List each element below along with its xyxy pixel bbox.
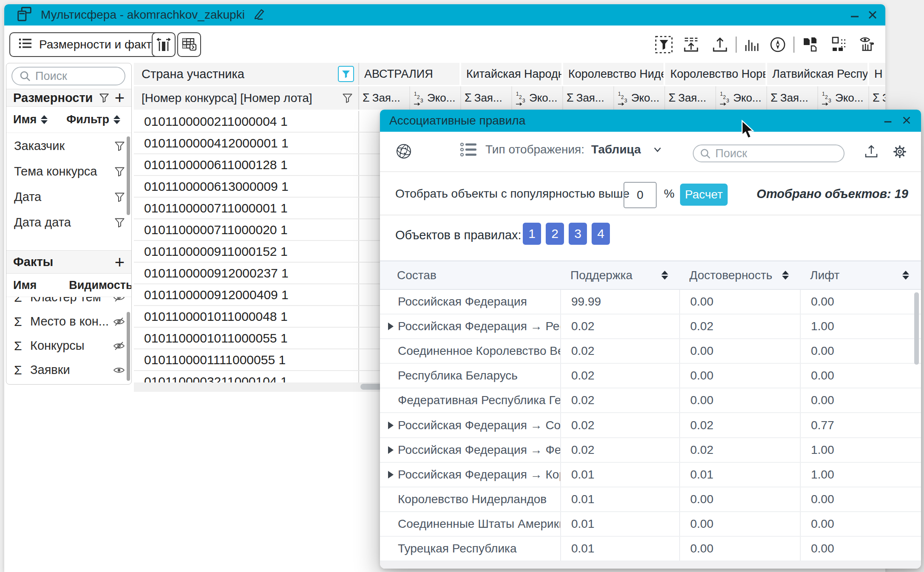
row-key[interactable]: 0101100001011000055 1 [134, 328, 359, 348]
active-filter-icon[interactable] [338, 66, 354, 82]
rule-name-cell[interactable]: Российская Федерация → Сое... [380, 413, 561, 437]
filter-icon[interactable] [342, 92, 353, 104]
dimension-item[interactable]: Заказчик [6, 133, 131, 159]
row-key[interactable]: 0101100000711000001 1 [134, 198, 359, 218]
sphere-icon[interactable] [394, 142, 413, 162]
filter-icon[interactable] [114, 166, 125, 177]
fact-item[interactable]: Σ Кластер тем [6, 297, 131, 309]
measure-header-sum[interactable]: ΣЗая... [767, 86, 818, 110]
measure-header-sum[interactable]: ΣЗая... [869, 86, 885, 110]
measure-header-numeric[interactable]: 123Эко... [512, 86, 563, 110]
rule-row[interactable]: Российская Федерация → Сое...0.020.020.7… [380, 413, 921, 438]
sort-icon[interactable] [782, 271, 789, 280]
country-column-header[interactable]: АВСТРАЛИЯ [359, 63, 461, 85]
eye-icon[interactable] [113, 364, 125, 377]
measure-header-sum[interactable]: ΣЗая... [563, 86, 614, 110]
dimension-item[interactable]: Дата [6, 184, 131, 210]
expand-triangle-icon[interactable] [388, 446, 394, 454]
rule-row[interactable]: Республика Беларусь0.020.000.00 [380, 364, 921, 388]
visibility-hand-icon[interactable] [857, 35, 877, 54]
row-key[interactable]: 0101100000911000152 1 [134, 241, 359, 262]
add-dimension-button[interactable]: + [115, 91, 125, 104]
sidebar-search-input[interactable]: Поиск [11, 67, 125, 85]
rule-row[interactable]: Российская Федерация → Фе...0.020.021.00 [380, 438, 921, 463]
sort-icon[interactable] [902, 271, 909, 280]
eye-off-icon[interactable] [113, 340, 125, 352]
row-header[interactable]: [Номер конкурса] [Номер лота] [134, 86, 359, 110]
rule-row[interactable]: Российская Федерация99.990.000.00 [380, 290, 921, 314]
eye-off-icon[interactable] [113, 297, 125, 304]
rule-name-cell[interactable]: Республика Беларусь [380, 364, 561, 388]
col-header-lift[interactable]: Лифт [801, 261, 921, 289]
rule-name-cell[interactable]: Российская Федерация → Кор... [380, 463, 561, 487]
calculate-button[interactable]: Расчет [680, 184, 728, 206]
dimensions-name-col[interactable]: Имя [13, 113, 48, 126]
dimension-item[interactable]: Тема конкурса [6, 159, 131, 184]
gear-icon[interactable] [891, 143, 909, 162]
row-key[interactable]: 0101100000613000009 1 [134, 176, 359, 197]
row-key[interactable]: 0101100000711000020 1 [134, 219, 359, 240]
country-column-header[interactable]: Н [869, 63, 885, 85]
minimize-button[interactable] [846, 4, 863, 25]
sidebar-scrollbar[interactable] [127, 136, 130, 215]
dialog-minimize-button[interactable] [879, 110, 896, 131]
rule-row[interactable]: Королевство Нидерландов0.010.000.00 [380, 487, 921, 512]
measure-header-numeric[interactable]: 123Эко... [410, 86, 461, 110]
row-key[interactable]: 0101100000211000004 1 [134, 111, 359, 132]
country-column-header[interactable]: Латвийская Респуб [767, 63, 869, 85]
row-key[interactable]: 0101100001111000055 1 [134, 349, 359, 370]
col-header-podderzhka[interactable]: Поддержка [561, 261, 680, 289]
dialog-close-button[interactable] [898, 110, 915, 131]
dimensions-facts-button[interactable]: Размерности и факты [9, 32, 169, 57]
fact-item[interactable]: Σ Место в кон... [6, 309, 131, 334]
rule-size-button-3[interactable]: 3 [569, 223, 587, 245]
column-width-button[interactable] [152, 32, 176, 57]
rule-name-cell[interactable]: Федеративная Республика Ге... [380, 388, 561, 412]
country-column-header[interactable]: Королевство Нидер [563, 63, 665, 85]
row-key[interactable]: 0101100000412000001 1 [134, 133, 359, 153]
rule-name-cell[interactable]: Королевство Нидерландов [380, 487, 561, 511]
measure-header-sum[interactable]: ΣЗая... [359, 86, 410, 110]
country-column-header[interactable]: Королевство Норве [665, 63, 767, 85]
col-header-dostovernost[interactable]: Достоверность [680, 261, 801, 289]
rule-name-cell[interactable]: Турецкая Республика [380, 537, 561, 561]
export-icon[interactable] [710, 35, 730, 54]
add-fact-button[interactable]: + [115, 256, 125, 269]
rule-row[interactable]: Соединенное Королевство Ве...0.020.000.0… [380, 339, 921, 364]
dimension-item[interactable]: Дата дата [6, 210, 131, 235]
rule-name-cell[interactable]: Российская Федерация [380, 290, 561, 314]
fact-item[interactable]: Σ Конкурсы [6, 334, 131, 358]
structure-icon[interactable] [829, 35, 849, 54]
compass-icon[interactable] [768, 35, 788, 54]
rule-name-cell[interactable]: Российская Федерация → Фе... [380, 438, 561, 462]
filter-icon[interactable] [114, 191, 125, 203]
rule-name-cell[interactable]: Соединенные Штаты Америки [380, 512, 561, 536]
filter-area-icon[interactable] [654, 35, 674, 54]
expand-triangle-icon[interactable] [388, 422, 394, 429]
dialog-search-input[interactable]: Поиск [693, 144, 845, 162]
measure-header-numeric[interactable]: 123Эко... [716, 86, 767, 110]
rule-row[interactable]: Турецкая Республика0.010.000.00 [380, 537, 921, 561]
expand-triangle-icon[interactable] [388, 323, 394, 330]
dialog-titlebar[interactable]: Ассоциативные правила [380, 110, 921, 132]
row-key[interactable]: 0101100001011000048 1 [134, 306, 359, 327]
measure-header-numeric[interactable]: 123Эко... [818, 86, 869, 110]
rule-row[interactable]: Федеративная Республика Ге...0.020.000.0… [380, 388, 921, 413]
rule-name-cell[interactable]: Соединенное Королевство Ве... [380, 339, 561, 363]
edit-pencil-icon[interactable] [252, 7, 266, 23]
copy-documents-icon[interactable] [800, 35, 820, 54]
col-header-sostav[interactable]: Состав [380, 261, 561, 289]
expand-triangle-icon[interactable] [388, 471, 394, 479]
fact-item[interactable]: Σ Заявки [6, 358, 131, 381]
filter-icon[interactable] [114, 217, 125, 228]
sort-icon[interactable] [661, 271, 668, 280]
filter-icon[interactable] [114, 140, 125, 152]
table-export-button[interactable] [177, 32, 201, 57]
measure-header-sum[interactable]: ΣЗая... [665, 86, 716, 110]
rule-size-button-2[interactable]: 2 [546, 223, 564, 245]
row-key[interactable]: 0101100000611000128 1 [134, 154, 359, 175]
rule-size-button-4[interactable]: 4 [592, 223, 610, 245]
popularity-value-input[interactable]: 0 [624, 182, 657, 208]
close-button[interactable] [864, 4, 881, 25]
row-key[interactable]: 0101100000912000409 1 [134, 284, 359, 305]
